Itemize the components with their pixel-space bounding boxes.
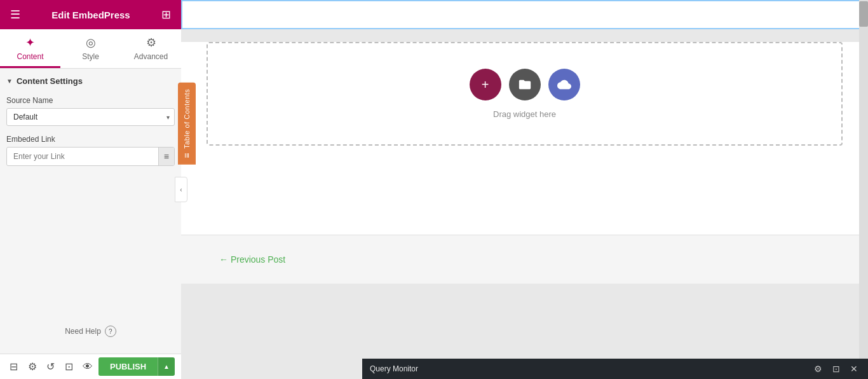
- source-name-select[interactable]: Default: [6, 108, 175, 126]
- sidebar-tabs: ✦ Content ◎ Style ⚙ Advanced: [0, 29, 181, 69]
- canvas-top-bar: [181, 0, 868, 29]
- grid-icon[interactable]: ⊞: [161, 8, 171, 22]
- embed-link-label: Embeded Link: [6, 135, 175, 144]
- cloud-widget-button[interactable]: [548, 69, 580, 100]
- tab-advanced[interactable]: ⚙ Advanced: [121, 29, 181, 68]
- embed-link-input[interactable]: [7, 148, 158, 165]
- section-arrow: ▼: [6, 78, 13, 85]
- scrollbar-thumb[interactable]: [859, 1, 868, 27]
- help-icon: ?: [105, 326, 116, 337]
- previous-post-label: Previous Post: [231, 254, 285, 265]
- sidebar-content: ▼ Content Settings Source Name Default ▾…: [0, 69, 181, 315]
- query-monitor-bar: Query Monitor ⚙ ⊡ ✕: [362, 359, 868, 379]
- scrollbar[interactable]: [859, 0, 868, 359]
- layers-icon[interactable]: ⊟: [6, 357, 21, 376]
- tab-style[interactable]: ◎ Style: [60, 29, 121, 68]
- need-help-label: Need Help: [65, 327, 101, 336]
- canvas-empty-space: [194, 158, 855, 222]
- previous-post-link[interactable]: ← Previous Post: [219, 254, 285, 265]
- preview-icon[interactable]: 👁: [80, 357, 95, 376]
- need-help[interactable]: Need Help ?: [0, 315, 181, 347]
- settings-icon[interactable]: ⚙: [25, 357, 39, 376]
- query-monitor-icons: ⚙ ⊡ ✕: [811, 362, 860, 375]
- style-tab-label: Style: [82, 52, 99, 61]
- style-tab-icon: ◎: [86, 36, 96, 50]
- advanced-tab-icon: ⚙: [146, 36, 156, 50]
- widget-drop-zone: + Drag widget here: [207, 42, 843, 146]
- collapse-icon: ‹: [180, 186, 182, 193]
- qm-responsive-icon[interactable]: ⊡: [830, 362, 843, 375]
- prev-arrow-icon: ←: [219, 254, 228, 265]
- publish-button[interactable]: PUBLISH: [98, 357, 158, 376]
- advanced-tab-label: Advanced: [134, 52, 168, 61]
- collapse-button[interactable]: ‹: [175, 177, 187, 202]
- prev-post-area: ← Previous Post: [181, 235, 868, 284]
- sidebar: ☰ Edit EmbedPress ⊞ ✦ Content ◎ Style ⚙ …: [0, 0, 181, 379]
- tab-content[interactable]: ✦ Content: [0, 29, 60, 68]
- qm-settings-icon[interactable]: ⚙: [811, 362, 825, 375]
- canvas-bottom-space: [181, 284, 868, 334]
- toc-label: Table of Contents: [183, 89, 191, 149]
- source-name-label: Source Name: [6, 96, 175, 105]
- bottom-bar: ⊟ ⚙ ↺ ⊡ 👁 PUBLISH ▲: [0, 354, 181, 379]
- undo-icon[interactable]: ↺: [43, 357, 58, 376]
- source-name-row: Source Name Default ▾: [6, 96, 175, 126]
- publish-wrapper: PUBLISH ▲: [98, 357, 175, 376]
- source-name-select-wrapper: Default ▾: [6, 108, 175, 126]
- section-title: Content Settings: [17, 76, 83, 86]
- folder-widget-button[interactable]: [509, 69, 541, 100]
- toc-tab[interactable]: ≡ Table of Contents: [178, 83, 196, 165]
- content-tab-icon: ✦: [25, 36, 35, 50]
- responsive-icon[interactable]: ⊡: [62, 357, 76, 376]
- toc-icon: ≡: [182, 153, 192, 158]
- embed-link-input-wrapper: ≡: [6, 147, 175, 166]
- embed-link-icon[interactable]: ≡: [158, 148, 174, 165]
- sidebar-header: ☰ Edit EmbedPress ⊞: [0, 0, 181, 29]
- publish-arrow-button[interactable]: ▲: [158, 357, 175, 376]
- sidebar-title: Edit EmbedPress: [51, 10, 130, 20]
- canvas-area: + Drag widget here: [181, 0, 868, 379]
- content-settings-header[interactable]: ▼ Content Settings: [6, 76, 175, 86]
- qm-close-icon[interactable]: ✕: [848, 362, 860, 375]
- embed-link-row: Embeded Link ≡: [6, 135, 175, 166]
- content-tab-label: Content: [17, 52, 43, 61]
- query-monitor-text: Query Monitor: [370, 364, 418, 373]
- main-content: + Drag widget here: [181, 0, 868, 379]
- drag-widget-text: Drag widget here: [493, 109, 556, 119]
- widget-icon-group: +: [470, 69, 580, 100]
- hamburger-icon[interactable]: ☰: [10, 8, 20, 22]
- add-widget-button[interactable]: +: [470, 69, 501, 100]
